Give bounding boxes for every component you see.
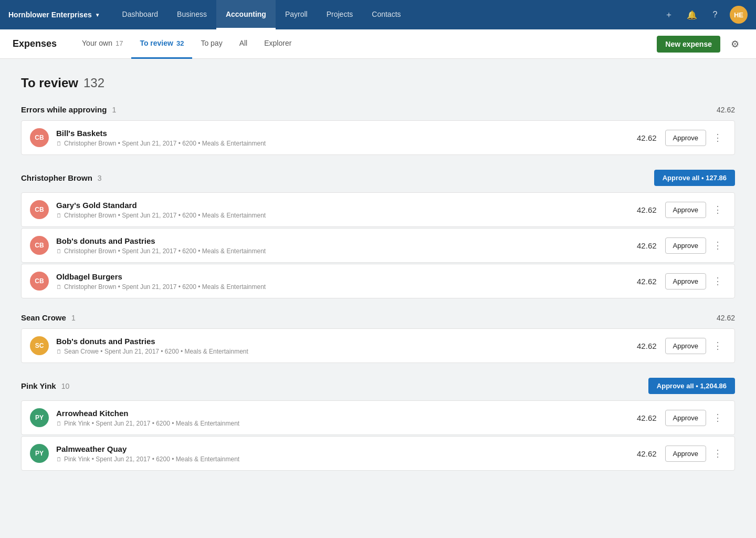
tab-count: 32 xyxy=(176,39,184,47)
section-count: 1 xyxy=(112,106,116,114)
section-total: 42.62 xyxy=(717,314,735,322)
tab-label: Your own xyxy=(82,39,112,47)
settings-icon[interactable]: ⚙ xyxy=(727,36,743,53)
expense-card: CBGary's Gold Standard🗒Christopher Brown… xyxy=(21,192,735,227)
main-content: To review 132 Errors while approving142.… xyxy=(0,59,756,502)
nav-link-business[interactable]: Business xyxy=(167,0,216,29)
expense-amount: 42.62 xyxy=(620,133,657,142)
page-title-count: 132 xyxy=(83,76,104,90)
page-title-text: To review xyxy=(21,76,78,90)
section-count: 1 xyxy=(71,314,76,322)
subnav-title: Expenses xyxy=(13,38,57,49)
avatar: PY xyxy=(30,408,49,427)
sections-container: Errors while approving142.62CBBill's Bas… xyxy=(21,105,735,471)
kebab-menu-button[interactable]: ⋮ xyxy=(709,273,726,289)
section-0: Errors while approving142.62CBBill's Bas… xyxy=(21,105,735,155)
subnav-tabs: Your own17To review32To payAllExplorer xyxy=(74,29,657,58)
kebab-menu-button[interactable]: ⋮ xyxy=(709,409,726,426)
expense-meta: 🗒Christopher Brown • Spent Jun 21, 2017 … xyxy=(56,212,620,219)
document-icon: 🗒 xyxy=(56,456,62,462)
expense-card: PYArrowhead Kitchen🗒Pink Yink • Spent Ju… xyxy=(21,400,735,435)
help-icon[interactable]: ? xyxy=(707,6,723,23)
tab-label: Explorer xyxy=(264,39,291,47)
section-name: Errors while approving xyxy=(21,105,107,114)
approve-button[interactable]: Approve xyxy=(665,202,706,218)
kebab-menu-button[interactable]: ⋮ xyxy=(709,129,726,146)
document-icon: 🗒 xyxy=(56,348,62,355)
avatar: SC xyxy=(30,336,49,355)
tab-your-own[interactable]: Your own17 xyxy=(74,29,131,59)
nav-actions: ＋ 🔔 ? HE xyxy=(660,6,748,24)
bell-icon[interactable]: 🔔 xyxy=(684,6,700,23)
expense-name: Palmweather Quay xyxy=(56,444,620,453)
expense-name: Bob's donuts and Pastries xyxy=(56,337,620,346)
new-expense-button[interactable]: New expense xyxy=(657,36,720,53)
section-1: Christopher Brown3Approve all • 127.86CB… xyxy=(21,170,735,298)
expense-card: CBBob's donuts and Pastries🗒Christopher … xyxy=(21,228,735,263)
topnav: Hornblower Enterprises ▼ DashboardBusine… xyxy=(0,0,756,29)
expense-name: Bill's Baskets xyxy=(56,129,620,138)
expense-amount: 42.62 xyxy=(620,342,657,350)
section-3: Pink Yink10Approve all • 1,204.86PYArrow… xyxy=(21,378,735,471)
expense-card: SCBob's donuts and Pastries🗒Sean Crowe •… xyxy=(21,328,735,363)
expense-meta: 🗒Sean Crowe • Spent Jun 21, 2017 • 6200 … xyxy=(56,348,620,355)
page-title: To review 132 xyxy=(21,76,735,90)
expense-card: CBBill's Baskets🗒Christopher Brown • Spe… xyxy=(21,120,735,155)
expense-meta: 🗒Christopher Brown • Spent Jun 21, 2017 … xyxy=(56,283,620,291)
nav-links: DashboardBusinessAccountingPayrollProjec… xyxy=(113,0,660,29)
section-name: Christopher Brown xyxy=(21,173,92,182)
approve-button[interactable]: Approve xyxy=(665,130,706,146)
document-icon: 🗒 xyxy=(56,248,62,254)
nav-link-dashboard[interactable]: Dashboard xyxy=(113,0,168,29)
tab-to-review[interactable]: To review32 xyxy=(131,29,192,59)
expense-name: Gary's Gold Standard xyxy=(56,201,620,210)
tab-explorer[interactable]: Explorer xyxy=(256,29,300,59)
nav-link-contacts[interactable]: Contacts xyxy=(362,0,410,29)
add-icon[interactable]: ＋ xyxy=(660,6,677,23)
kebab-menu-button[interactable]: ⋮ xyxy=(709,237,726,254)
approve-button[interactable]: Approve xyxy=(665,410,706,426)
expense-meta: 🗒Christopher Brown • Spent Jun 21, 2017 … xyxy=(56,140,620,147)
expense-amount: 42.62 xyxy=(620,241,657,250)
tab-all[interactable]: All xyxy=(231,29,256,59)
section-name: Sean Crowe xyxy=(21,313,66,322)
avatar[interactable]: HE xyxy=(730,6,748,24)
approve-button[interactable]: Approve xyxy=(665,446,706,462)
nav-link-accounting[interactable]: Accounting xyxy=(216,0,276,29)
expense-card: CBOldbagel Burgers🗒Christopher Brown • S… xyxy=(21,264,735,298)
approve-all-button[interactable]: Approve all • 127.86 xyxy=(654,170,735,186)
brand-name: Hornblower Enterprises xyxy=(8,11,92,19)
expense-name: Bob's donuts and Pastries xyxy=(56,236,620,245)
expense-amount: 42.62 xyxy=(620,413,657,422)
approve-button[interactable]: Approve xyxy=(665,237,706,254)
nav-link-payroll[interactable]: Payroll xyxy=(276,0,317,29)
kebab-menu-button[interactable]: ⋮ xyxy=(709,201,726,218)
nav-link-projects[interactable]: Projects xyxy=(317,0,363,29)
approve-button[interactable]: Approve xyxy=(665,338,706,354)
tab-to-pay[interactable]: To pay xyxy=(192,29,230,59)
section-name: Pink Yink xyxy=(21,381,56,390)
expense-amount: 42.62 xyxy=(620,277,657,286)
section-total: 42.62 xyxy=(717,106,735,114)
brand[interactable]: Hornblower Enterprises ▼ xyxy=(8,11,100,19)
chevron-down-icon: ▼ xyxy=(95,12,100,18)
subnav: Expenses Your own17To review32To payAllE… xyxy=(0,29,756,59)
section-header-1: Christopher Brown3Approve all • 127.86 xyxy=(21,170,735,186)
document-icon: 🗒 xyxy=(56,212,62,219)
section-count: 10 xyxy=(61,382,70,390)
expense-meta: 🗒Christopher Brown • Spent Jun 21, 2017 … xyxy=(56,247,620,255)
avatar: CB xyxy=(30,200,49,219)
section-2: Sean Crowe142.62SCBob's donuts and Pastr… xyxy=(21,313,735,363)
avatar: CB xyxy=(30,272,49,291)
approve-button[interactable]: Approve xyxy=(665,273,706,289)
document-icon: 🗒 xyxy=(56,140,62,147)
tab-count: 17 xyxy=(116,39,123,47)
section-count: 3 xyxy=(98,174,102,182)
tab-label: To review xyxy=(140,39,173,47)
kebab-menu-button[interactable]: ⋮ xyxy=(709,445,726,462)
expense-card: PYPalmweather Quay🗒Pink Yink • Spent Jun… xyxy=(21,436,735,471)
expense-name: Oldbagel Burgers xyxy=(56,272,620,281)
approve-all-button[interactable]: Approve all • 1,204.86 xyxy=(648,378,735,394)
kebab-menu-button[interactable]: ⋮ xyxy=(709,337,726,354)
avatar: PY xyxy=(30,444,49,463)
